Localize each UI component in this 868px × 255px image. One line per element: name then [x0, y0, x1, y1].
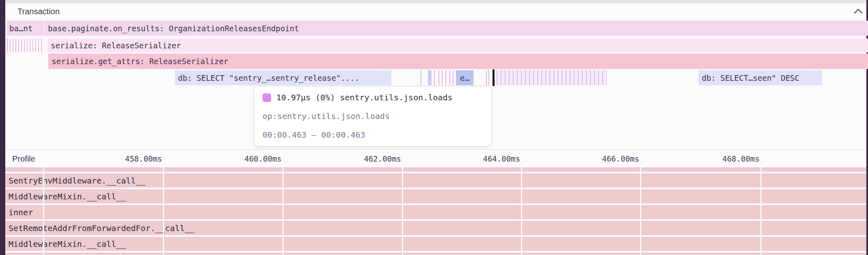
- span-bar-base-paginate[interactable]: base.paginate.on_results: OrganizationRe…: [45, 21, 868, 36]
- span-bar-truncated-e[interactable]: e…: [456, 70, 473, 85]
- span-tick: [449, 70, 450, 85]
- span-bar-serialize[interactable]: serialize: ReleaseSerializer: [48, 39, 868, 52]
- tooltip-op-line: op:sentry.utils.json.loads: [263, 111, 483, 121]
- transaction-title: Transaction: [17, 7, 60, 16]
- span-tick: [453, 70, 454, 85]
- span-color-swatch: [263, 93, 271, 102]
- tooltip-duration-line: 10.97µs (0%) sentry.utils.json.loads: [263, 93, 483, 102]
- top-minimap-strip: [5, 0, 866, 3]
- time-tick-label: 460.00ms: [221, 154, 282, 163]
- time-tick-label: 462.00ms: [340, 154, 401, 163]
- profile-title: Profile: [12, 154, 35, 164]
- sentry-trace-view: Transaction ba…nt base.paginate.on_resul…: [0, 0, 868, 255]
- span-tick: [488, 70, 489, 85]
- flame-frame-partial-top[interactable]: [5, 167, 866, 172]
- time-tick-label: 458.00ms: [101, 154, 162, 163]
- tooltip-time-range: 00:00.463 — 00:00.463: [263, 130, 483, 140]
- flame-gridline: [521, 167, 522, 255]
- flame-frame[interactable]: SentryEnvMiddleware.__call__: [5, 173, 866, 188]
- span-bar-db-select-desc[interactable]: db: SELECT…seen" DESC: [699, 70, 822, 85]
- flame-gridline: [402, 167, 403, 255]
- flame-gridline: [43, 167, 44, 255]
- left-edge-strip: [0, 0, 5, 255]
- span-tick: [445, 70, 446, 85]
- flame-frame[interactable]: inner: [5, 205, 866, 219]
- transaction-header: Transaction: [5, 3, 866, 19]
- flame-gridline: [760, 167, 762, 255]
- flame-gridline: [640, 167, 641, 255]
- flame-gridline: [282, 167, 284, 255]
- span-bar-truncated[interactable]: ba…nt: [7, 21, 44, 36]
- span-tick: [421, 70, 421, 85]
- flame-gridline: [163, 167, 164, 255]
- span-bar-db-select-release[interactable]: db: SELECT "sentry_…sentry_release"....: [175, 70, 391, 85]
- flame-frame[interactable]: MiddlewareMixin.__call__: [5, 237, 866, 251]
- span-bar-serialize-get-attrs[interactable]: serialize.get_attrs: ReleaseSerializer: [48, 54, 868, 69]
- time-tick-label: 464.00ms: [459, 154, 520, 163]
- span-tick: [486, 70, 487, 85]
- flame-frame[interactable]: SetRemoteAddrFromForwardedFor.__call__: [5, 221, 866, 235]
- span-tick: [434, 70, 435, 85]
- span-tick: [438, 70, 439, 85]
- span-tooltip: 10.97µs (0%) sentry.utils.json.loads op:…: [254, 86, 492, 146]
- time-tick-label: 468.00ms: [699, 154, 760, 163]
- playhead-cursor[interactable]: [493, 69, 495, 86]
- flame-frame[interactable]: MiddlewareMixin.__call__: [5, 189, 866, 203]
- chevron-up-icon[interactable]: [853, 7, 864, 15]
- flame-frame-partial-bottom[interactable]: [5, 253, 866, 255]
- tooltip-duration-text: 10.97µs (0%) sentry.utils.json.loads: [276, 93, 452, 102]
- span-mini-bar[interactable]: [428, 70, 432, 85]
- span-dense-ticks-region: [497, 70, 607, 85]
- time-tick-label: 466.00ms: [578, 154, 639, 163]
- span-striped-region: [7, 39, 42, 52]
- span-tick: [442, 70, 443, 85]
